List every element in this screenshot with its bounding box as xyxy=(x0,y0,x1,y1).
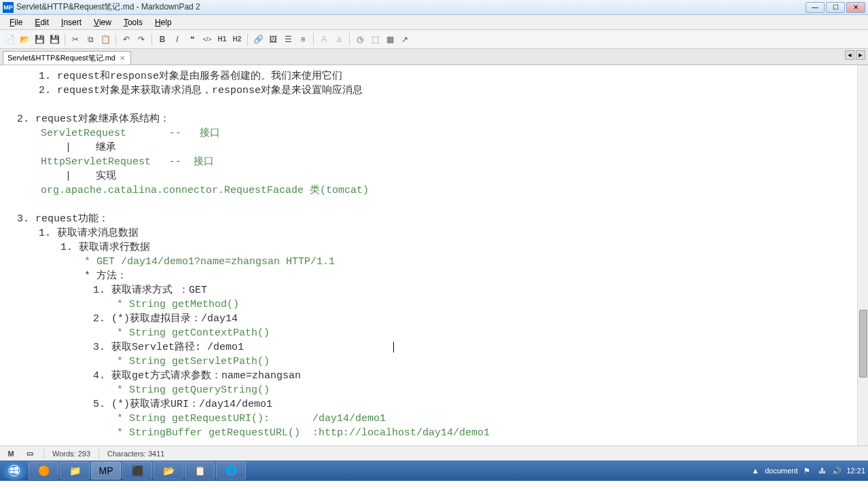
italic-icon[interactable]: I xyxy=(170,33,184,46)
window-title: Servlet&HTTP&Request笔记.md - MarkdownPad … xyxy=(16,1,806,13)
menu-help[interactable]: Help xyxy=(149,16,177,29)
ul-icon[interactable]: ☰ xyxy=(281,33,295,46)
status-bar: M ▭ Words: 293 Characters: 3411 xyxy=(0,446,868,460)
taskbar: 🟠 📁 MP ⬛ 📂 📋 🌐 ▲ document ⚑ 🖧 🔊 12:21 xyxy=(0,460,868,481)
content-line: request和response对象是由服务器创建的。我们来使用它们 xyxy=(57,69,860,84)
content-line: request功能： 获取请求消息数据 获取请求行数据 * GET /day14… xyxy=(35,212,860,440)
image-icon[interactable]: 🖼 xyxy=(266,33,280,46)
editor-pane[interactable]: request和response对象是由服务器创建的。我们来使用它们 reque… xyxy=(0,65,868,446)
quote-icon[interactable]: ❝ xyxy=(185,33,199,46)
title-bar: MP Servlet&HTTP&Request笔记.md - MarkdownP… xyxy=(0,0,868,15)
tray-chevron-icon[interactable]: ▲ xyxy=(750,465,761,476)
bold-icon[interactable]: B xyxy=(156,33,169,46)
tab-next-icon[interactable]: ► xyxy=(856,50,865,60)
h2-icon[interactable]: H2 xyxy=(230,33,244,46)
menu-bar: File Edit Insert View Tools Help xyxy=(0,15,868,30)
tab-prev-icon[interactable]: ◄ xyxy=(845,50,854,60)
document-tab[interactable]: Servlet&HTTP&Request笔记.md ✕ xyxy=(3,51,131,65)
taskbar-item[interactable]: MP xyxy=(91,462,121,479)
scrollbar-thumb[interactable] xyxy=(859,310,867,378)
taskbar-item[interactable]: 🌐 xyxy=(216,462,246,479)
export-icon[interactable]: ↗ xyxy=(398,33,412,46)
ol-icon[interactable]: ≡ xyxy=(296,33,310,46)
save-icon[interactable]: 💾 xyxy=(33,33,46,46)
new-file-icon[interactable]: 📄 xyxy=(3,33,16,46)
taskbar-item[interactable]: ⬛ xyxy=(122,462,152,479)
text-cursor xyxy=(393,342,394,352)
undo-icon[interactable]: ↶ xyxy=(120,33,133,46)
hr-icon[interactable]: ⬚ xyxy=(368,33,382,46)
taskbar-item[interactable]: 📁 xyxy=(60,462,90,479)
menu-file[interactable]: File xyxy=(4,16,28,29)
copy-icon[interactable]: ⧉ xyxy=(84,33,97,46)
toolbar: 📄 📂 💾 💾 ✂ ⧉ 📋 ↶ ↷ B I ❝ </> H1 H2 🔗 🖼 ☰ … xyxy=(0,30,868,49)
h1-icon[interactable]: H1 xyxy=(215,33,229,46)
close-button[interactable]: ✕ xyxy=(846,2,865,13)
link-icon[interactable]: 🔗 xyxy=(251,33,265,46)
menu-edit[interactable]: Edit xyxy=(29,16,54,29)
start-button[interactable] xyxy=(1,461,27,480)
system-tray: ▲ document ⚑ 🖧 🔊 12:21 xyxy=(750,465,865,476)
font-a-icon[interactable]: A xyxy=(317,33,331,46)
taskbar-item[interactable]: 📂 xyxy=(153,462,183,479)
code-icon[interactable]: </> xyxy=(200,33,214,46)
tray-volume-icon[interactable]: 🔊 xyxy=(831,465,842,476)
tab-bar: Servlet&HTTP&Request笔记.md ✕ ◄ ► xyxy=(0,49,868,65)
cut-icon[interactable]: ✂ xyxy=(69,33,82,46)
table-icon[interactable]: ▦ xyxy=(383,33,397,46)
tray-flag-icon[interactable]: ⚑ xyxy=(801,465,812,476)
font-b-icon[interactable]: a xyxy=(332,33,346,46)
tray-clock[interactable]: 12:21 xyxy=(846,467,865,475)
taskbar-item[interactable]: 📋 xyxy=(185,462,215,479)
vertical-scrollbar[interactable] xyxy=(857,65,868,446)
taskbar-item[interactable]: 🟠 xyxy=(29,462,58,479)
maximize-button[interactable]: ☐ xyxy=(826,2,845,13)
tray-text: document xyxy=(765,467,797,475)
open-file-icon[interactable]: 📂 xyxy=(18,33,31,46)
timestamp-icon[interactable]: ◷ xyxy=(353,33,367,46)
content-line: request对象继承体系结构： ServletRequest -- 接口 | … xyxy=(35,112,860,212)
tab-close-icon[interactable]: ✕ xyxy=(118,54,126,62)
tray-network-icon[interactable]: 🖧 xyxy=(816,465,827,476)
redo-icon[interactable]: ↷ xyxy=(134,33,148,46)
app-icon: MP xyxy=(3,2,14,13)
markdown-mode-icon[interactable]: M xyxy=(5,448,16,459)
char-count: Characters: 3411 xyxy=(107,450,164,458)
save-all-icon[interactable]: 💾 xyxy=(48,33,61,46)
preview-icon[interactable]: ▭ xyxy=(24,448,35,459)
paste-icon[interactable]: 📋 xyxy=(98,33,112,46)
content-line: request对象是来获取请求消息，response对象是来设置响应消息 xyxy=(57,84,860,98)
menu-view[interactable]: View xyxy=(88,16,117,29)
menu-tools[interactable]: Tools xyxy=(118,16,148,29)
menu-insert[interactable]: Insert xyxy=(56,16,87,29)
word-count: Words: 293 xyxy=(52,450,90,458)
tab-label: Servlet&HTTP&Request笔记.md xyxy=(7,53,115,63)
minimize-button[interactable]: — xyxy=(806,2,825,13)
